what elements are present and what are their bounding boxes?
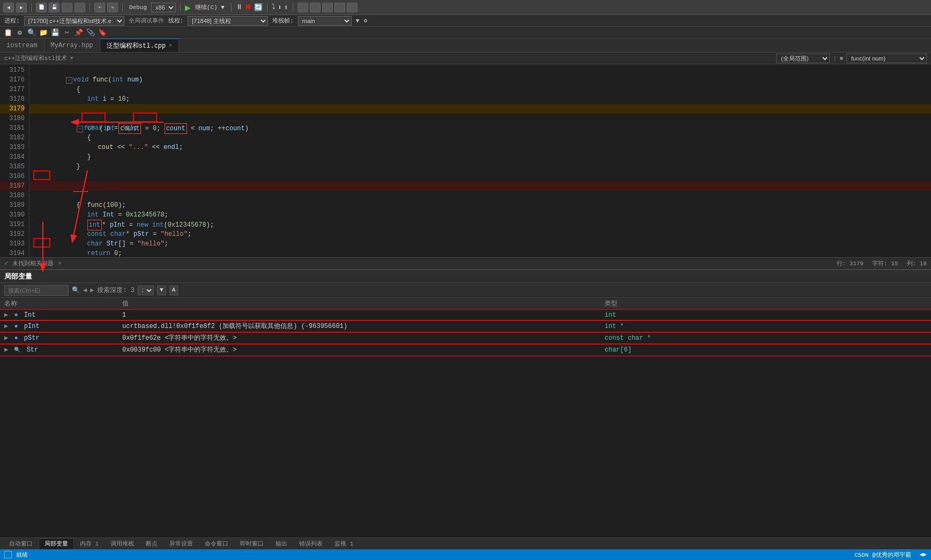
expand-pstr[interactable]: ▶ <box>4 334 8 342</box>
dtab-mem1[interactable]: 内存 1 <box>74 538 105 549</box>
tb4[interactable] <box>334 3 345 12</box>
locals-row-int[interactable]: ▶ ● Int 1 int <box>0 310 931 320</box>
code-line-3192: char Str[] = "hello"; <box>29 229 931 239</box>
case-btn[interactable]: A <box>169 286 178 295</box>
var-icon-pstr: ● <box>14 334 18 342</box>
st-icon7[interactable]: 📌 <box>74 28 84 37</box>
scope-separator: | <box>833 55 837 62</box>
locals-value-int: 1 <box>118 310 600 320</box>
st-icon4[interactable]: 📁 <box>39 28 48 37</box>
save-btn[interactable]: 💾 <box>49 3 59 12</box>
process-dropdown[interactable]: [71700] c++泛型编程和stl技术.e: <box>24 16 124 26</box>
code-line-3178: int* pi = new int(10); <box>29 94 931 104</box>
status-checkbox[interactable] <box>4 551 12 558</box>
debug-tabs-row: 自动窗口 局部变量 内存 1 调用堆栈 断点 异常设置 命令窗口 即时窗口 输出… <box>0 537 931 549</box>
tb1[interactable] <box>297 3 308 12</box>
step-into-btn[interactable]: ⬇ <box>278 3 282 12</box>
locals-name-pstr: ▶ ● pStr <box>0 332 118 344</box>
var-name-int: Int <box>24 311 36 319</box>
tb5[interactable] <box>347 3 357 12</box>
filter-icon[interactable]: ▼ <box>356 18 360 24</box>
code-line-3194: } <box>29 249 931 257</box>
sep1 <box>31 3 32 12</box>
locals-row-pstr[interactable]: ▶ ● pStr 0x0f1fe62e <字符串中的字符无效。> const c… <box>0 332 931 344</box>
dtab-errors[interactable]: 错误列表 <box>293 538 329 549</box>
forward-btn[interactable]: ▶ <box>16 3 27 12</box>
st-icon8[interactable]: 📎 <box>86 28 95 37</box>
line-numbers: 3175 3176 3177 3178 3179 3180 3181 3182 … <box>0 64 29 257</box>
code-line-3182: cout << "..." << endl; <box>29 133 931 143</box>
dtab-callstack[interactable]: 调用堆栈 <box>105 538 140 549</box>
problem-close[interactable]: × <box>58 260 62 267</box>
restart-btn[interactable]: 🔄 <box>254 3 263 12</box>
dtab-cmdwnd[interactable]: 命令窗口 <box>199 538 234 549</box>
settings-icon[interactable]: ⚙ <box>363 17 367 24</box>
st-icon6[interactable]: ✂ <box>62 28 72 37</box>
code-line-3185 <box>29 162 931 171</box>
st-icon2[interactable]: ⚙ <box>15 28 25 37</box>
st-icon5[interactable]: 💾 <box>50 28 60 37</box>
locals-value-str: 0x0039fc00 <字符串中的字符无效。> <box>118 344 600 356</box>
code-line-3183: } <box>29 143 931 152</box>
pause-btn[interactable]: ⏸ <box>236 3 243 11</box>
code-line-3175: −void func(int num) <box>29 65 931 75</box>
step-out-btn[interactable]: ⬆ <box>284 3 288 12</box>
problem-icon: ✓ <box>4 259 8 267</box>
status-nav[interactable]: ◀▶ <box>920 551 927 559</box>
stack-dropdown[interactable]: main <box>298 16 352 26</box>
step-over-btn[interactable]: ⤵ <box>272 3 275 11</box>
undo-btn[interactable]: ↶ <box>94 3 105 12</box>
search-icon[interactable]: 🔍 <box>72 286 80 294</box>
expand-str[interactable]: ▶ <box>4 346 8 354</box>
expand-pint[interactable]: ▶ <box>4 323 8 330</box>
tab-main-close[interactable]: × <box>169 43 172 49</box>
filter-icon-locals[interactable]: ▼ <box>157 286 166 295</box>
continue-btn[interactable]: 继续(C) ▼ <box>193 3 227 11</box>
locals-table-container[interactable]: 名称 值 类型 ▶ ● Int 1 int <box>0 298 931 362</box>
st-icon1[interactable]: 📋 <box>3 28 13 37</box>
scope-global-dropdown[interactable]: (全局范围) <box>776 54 830 63</box>
sep2 <box>90 3 90 12</box>
back-icon[interactable]: ◀ <box>83 286 87 294</box>
close-doc-btn[interactable] <box>75 3 85 12</box>
thread-dropdown[interactable]: [71848] 主线程 <box>188 16 268 26</box>
editor-container[interactable]: 3175 3176 3177 3178 3179 3180 3181 3182 … <box>0 64 931 257</box>
file-icon[interactable]: 📄 <box>36 3 47 12</box>
depth-select[interactable]: 3 <box>138 286 154 295</box>
stop-btn[interactable]: ⏹ <box>245 3 252 11</box>
dtab-autownd[interactable]: 自动窗口 <box>3 538 39 549</box>
locals-row-str[interactable]: ▶ 🔍 Str 0x0039fc00 <字符串中的字符无效。> char[6] <box>0 344 931 356</box>
st-icon9[interactable]: 🔖 <box>98 28 107 37</box>
dtab-watch1[interactable]: 监视 1 <box>329 538 359 549</box>
dtab-locals[interactable]: 局部变量 <box>39 538 74 549</box>
tab-myarray-label: MyArray.hpp <box>51 42 93 49</box>
scope-func-dropdown[interactable]: func(int num) <box>846 54 927 63</box>
dtab-immediate[interactable]: 即时窗口 <box>234 538 270 549</box>
locals-type-int: int <box>600 310 931 320</box>
play-btn[interactable]: ▶ <box>185 2 191 13</box>
arch-dropdown[interactable]: x86 <box>151 3 176 12</box>
code-content[interactable]: −void func(int num) { int i = 10; int* p… <box>29 64 931 257</box>
locals-type-str: char[6] <box>600 344 931 356</box>
back-btn[interactable]: ◀ <box>3 3 14 12</box>
tb2[interactable] <box>310 3 321 12</box>
locals-title-bar: 局部变量 <box>0 270 931 283</box>
dtab-exceptions[interactable]: 异常设置 <box>163 538 199 549</box>
redo-btn[interactable]: ↷ <box>107 3 118 12</box>
status-csdn: CSDN @优秀的邓宇霸 <box>854 551 911 559</box>
dtab-breakpoints[interactable]: 断点 <box>140 538 163 549</box>
dtab-output[interactable]: 输出 <box>270 538 293 549</box>
st-icon3[interactable]: 🔍 <box>27 28 36 37</box>
open-btn[interactable] <box>62 3 72 12</box>
expand-int[interactable]: ▶ <box>4 311 8 319</box>
tab-main[interactable]: 泛型编程和stl.cpp × <box>100 39 179 52</box>
code-header: c++泛型编程和stl技术 ▼ (全局范围) | ⊕ func(int num) <box>0 53 931 64</box>
tb3[interactable] <box>322 3 333 12</box>
next-icon[interactable]: ▶ <box>90 286 94 294</box>
tab-iostream-label: iostream <box>6 42 38 49</box>
locals-search[interactable] <box>4 285 69 296</box>
tab-iostream[interactable]: iostream <box>0 39 44 52</box>
locals-row-pint[interactable]: ▶ ● pInt ucrtbased.dll!0x0f1fe8f2 (加载符号以… <box>0 320 931 332</box>
code-line-3188: func(100); <box>29 191 931 200</box>
tab-myarray[interactable]: MyArray.hpp <box>44 39 100 52</box>
